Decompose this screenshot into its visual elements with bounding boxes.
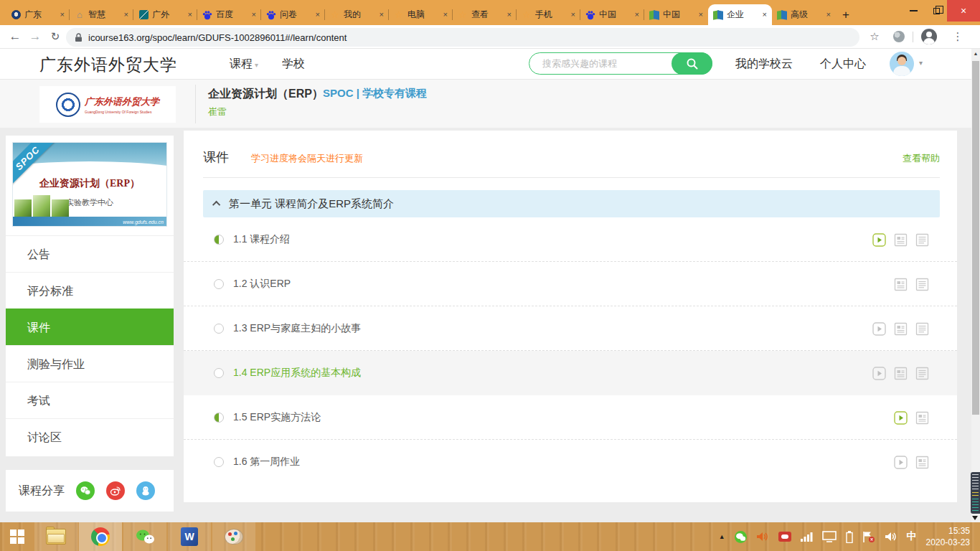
tab-gwmail[interactable]: 广外× xyxy=(133,4,197,25)
taskbar-word[interactable]: W xyxy=(168,522,211,551)
wechat-share-icon[interactable] xyxy=(76,481,95,500)
document-icon[interactable] xyxy=(894,367,908,380)
tray-clock[interactable]: 15:35 2020-03-23 xyxy=(926,525,973,548)
my-school-cloud-link[interactable]: 我的学校云 xyxy=(735,57,793,72)
view-help-link[interactable]: 查看帮助 xyxy=(903,152,940,165)
search-button[interactable] xyxy=(672,52,712,75)
browser-profile-icon[interactable] xyxy=(920,27,938,46)
sidebar-item-courseware[interactable]: 课件 xyxy=(6,309,174,345)
course-type-link[interactable]: SPOC | 学校专有课程 xyxy=(323,87,427,100)
user-avatar[interactable] xyxy=(890,52,914,76)
lesson-row[interactable]: 1.6 第一周作业 xyxy=(184,440,957,484)
tab-china-baidu[interactable]: 中国× xyxy=(580,4,644,25)
lesson-title[interactable]: 1.1 课程介绍 xyxy=(233,233,290,246)
lesson-title[interactable]: 1.5 ERP实施方法论 xyxy=(233,411,321,424)
text-icon[interactable] xyxy=(915,233,929,247)
video-icon-active[interactable] xyxy=(872,233,886,247)
window-restore-button[interactable] xyxy=(925,0,947,22)
tab-view[interactable]: ☆查看× xyxy=(453,4,517,25)
address-bar[interactable]: icourse163.org/spoc/learn/GDUFS-10028960… xyxy=(66,28,859,47)
document-icon[interactable] xyxy=(915,411,929,425)
university-name[interactable]: 广东外语外贸大学 xyxy=(39,54,177,76)
tab-close-icon[interactable]: × xyxy=(443,11,448,19)
personal-center-link[interactable]: 个人中心 xyxy=(820,57,866,72)
search-input[interactable] xyxy=(542,54,657,73)
new-tab-button[interactable]: + xyxy=(836,5,856,25)
page-scrollbar[interactable]: ▲ xyxy=(971,49,980,522)
tab-close-icon[interactable]: × xyxy=(124,11,128,19)
document-icon[interactable] xyxy=(894,278,908,291)
video-icon[interactable] xyxy=(872,367,886,380)
unit-header[interactable]: 第一单元 课程简介及ERP系统简介 xyxy=(203,190,940,217)
back-button[interactable]: ← xyxy=(6,27,24,46)
tab-close-icon[interactable]: × xyxy=(635,11,639,19)
tab-close-icon[interactable]: × xyxy=(699,11,703,19)
tab-computer[interactable]: ☆电脑× xyxy=(389,4,453,25)
qq-share-icon[interactable] xyxy=(136,481,155,500)
tab-icourse-china[interactable]: 中国× xyxy=(644,4,708,25)
text-icon[interactable] xyxy=(915,278,929,291)
lesson-row[interactable]: 1.1 课程介绍 xyxy=(184,217,957,262)
tab-smart[interactable]: ⌂智慧× xyxy=(70,4,133,25)
sidebar-item-announcements[interactable]: 公告 xyxy=(6,235,174,272)
tray-ime-indicator[interactable]: 中 xyxy=(907,530,917,543)
scrollbar-thumb[interactable] xyxy=(972,61,979,415)
nav-school[interactable]: 学校 xyxy=(282,57,305,72)
window-close-button[interactable]: × xyxy=(947,0,980,22)
tab-mine[interactable]: ☆我的× xyxy=(325,4,389,25)
lesson-title[interactable]: 1.6 第一周作业 xyxy=(233,456,300,468)
video-icon[interactable] xyxy=(894,456,908,469)
lesson-title[interactable]: 1.3 ERP与家庭主妇的小故事 xyxy=(233,322,361,335)
tray-speaker-icon[interactable] xyxy=(885,531,897,542)
tab-survey[interactable]: 问卷× xyxy=(261,4,325,25)
tray-wechat-icon[interactable] xyxy=(735,531,747,543)
tab-erp-active[interactable]: 企业× xyxy=(708,4,772,25)
tab-close-icon[interactable]: × xyxy=(380,11,384,19)
tab-close-icon[interactable]: × xyxy=(60,11,65,19)
sidebar-item-grading[interactable]: 评分标准 xyxy=(6,272,174,309)
tray-signal-bars-icon[interactable] xyxy=(801,532,813,542)
taskbar-paint[interactable] xyxy=(212,522,255,551)
tab-advanced[interactable]: 高级× xyxy=(772,4,836,25)
tray-orange-speaker-icon[interactable] xyxy=(756,531,769,542)
extension-icon[interactable] xyxy=(890,27,908,46)
course-teacher-link[interactable]: 崔雷 xyxy=(208,105,227,118)
text-icon[interactable] xyxy=(915,367,929,380)
tab-gdufs[interactable]: 广东× xyxy=(6,4,70,25)
document-icon[interactable] xyxy=(894,233,908,247)
tab-close-icon[interactable]: × xyxy=(571,11,575,19)
reload-button[interactable]: ↻ xyxy=(46,27,65,46)
avatar-dropdown-icon[interactable]: ▾ xyxy=(919,59,923,67)
video-icon-active[interactable] xyxy=(894,411,908,425)
course-thumbnail[interactable]: SPOC 企业资源计划（ERP） 实验教学中心 www.gdufs.edu.cn xyxy=(12,142,167,227)
tab-close-icon[interactable]: × xyxy=(316,11,320,19)
bookmark-star-icon[interactable]: ☆ xyxy=(865,27,884,46)
tab-close-icon[interactable]: × xyxy=(826,11,831,19)
text-icon[interactable] xyxy=(915,322,929,336)
video-icon[interactable] xyxy=(872,322,886,336)
tab-baidu[interactable]: 百度× xyxy=(197,4,261,25)
taskbar-file-explorer[interactable] xyxy=(34,522,77,551)
tray-expand-icon[interactable]: ▲ xyxy=(719,533,725,540)
document-icon[interactable] xyxy=(894,322,908,336)
sidebar-item-exam[interactable]: 考试 xyxy=(6,382,174,418)
tab-close-icon[interactable]: × xyxy=(507,11,512,19)
tray-flag-icon[interactable] xyxy=(862,531,875,543)
scrollbar-up-icon[interactable]: ▲ xyxy=(971,51,980,56)
document-icon[interactable] xyxy=(915,456,929,469)
tab-mobile[interactable]: ☆手机× xyxy=(517,4,580,25)
tray-red-app-icon[interactable] xyxy=(778,532,791,542)
sidebar-item-quiz[interactable]: 测验与作业 xyxy=(6,345,174,382)
weibo-share-icon[interactable] xyxy=(106,481,125,500)
taskbar-chrome[interactable] xyxy=(79,522,122,551)
tab-close-icon[interactable]: × xyxy=(252,11,256,19)
taskbar-wechat[interactable] xyxy=(123,522,166,551)
tray-display-icon[interactable] xyxy=(822,531,837,542)
lesson-row[interactable]: 1.2 认识ERP xyxy=(184,262,957,306)
tray-battery-icon[interactable] xyxy=(846,531,853,543)
start-button[interactable] xyxy=(0,522,34,551)
tab-close-icon[interactable]: × xyxy=(763,11,767,19)
tab-close-icon[interactable]: × xyxy=(188,11,192,19)
lesson-title[interactable]: 1.2 认识ERP xyxy=(233,278,291,291)
lesson-row[interactable]: 1.3 ERP与家庭主妇的小故事 xyxy=(184,306,957,351)
